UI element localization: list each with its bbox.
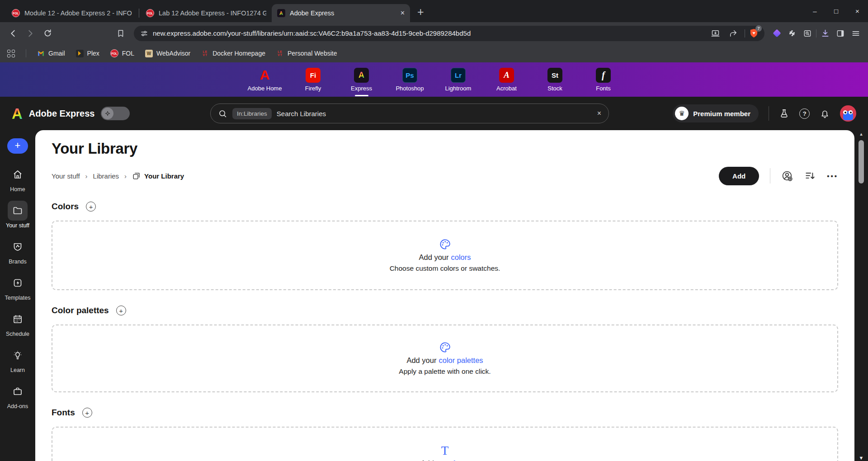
search-input[interactable] — [277, 110, 592, 118]
sidebar-item-templates[interactable]: Templates — [5, 273, 31, 301]
tab-adobe-express-active[interactable]: A Adobe Express × — [272, 4, 410, 22]
express-icon: A — [354, 68, 369, 83]
tab-title: Module 12 - Adobe Express 2 - INFO1 — [24, 9, 132, 17]
address-bar[interactable]: new.express.adobe.com/your-stuff/librari… — [134, 26, 764, 41]
breadcrumb-libraries[interactable]: Libraries — [93, 172, 119, 180]
bookmark-label: Gmail — [48, 50, 65, 57]
bookmark-plex[interactable]: Plex — [76, 50, 99, 57]
app-stock[interactable]: St Stock — [531, 68, 579, 92]
add-color-palettes-icon[interactable]: + — [116, 306, 126, 315]
tab-lab-12[interactable]: FOL Lab 12 Adobe Express - INFO1274 Gra — [141, 4, 272, 22]
bookmark-personal-website[interactable]: LEVT Personal Website — [276, 50, 337, 57]
create-new-button[interactable]: + — [7, 138, 28, 154]
breadcrumb-your-stuff[interactable]: Your stuff — [52, 172, 80, 180]
scrollbar-thumb[interactable] — [859, 140, 864, 183]
extensions-puzzle-icon[interactable] — [785, 27, 799, 40]
forward-icon[interactable] — [23, 26, 38, 41]
add-fonts-icon[interactable]: + — [82, 408, 92, 418]
tab-module-12[interactable]: FOL Module 12 - Adobe Express 2 - INFO1 — [6, 4, 137, 22]
bookmark-label: Personal Website — [288, 50, 337, 57]
bookmark-docker-homepage[interactable]: LEVT Docker Homepage — [201, 50, 265, 57]
app-firefly[interactable]: Fi Firefly — [289, 68, 337, 92]
section-header: Fonts + — [52, 407, 838, 419]
premium-member-badge[interactable]: ♛ Premium member — [673, 104, 759, 122]
bookmark-icon[interactable] — [113, 26, 128, 41]
bookmark-label: Plex — [87, 50, 99, 57]
bookmark-webadvisor[interactable]: W WebAdvisor — [145, 50, 190, 57]
add-fonts-link[interactable]: fonts — [453, 459, 469, 461]
search-clear-icon[interactable]: × — [597, 109, 601, 118]
brand-title: Adobe Express — [29, 108, 95, 119]
empty-fonts-dropzone[interactable]: T Add yourfonts — [52, 427, 838, 461]
add-colors-icon[interactable]: + — [86, 202, 96, 212]
search-scope-chip[interactable]: In:Libraries — [232, 108, 272, 119]
empty-colors-dropzone[interactable]: Add yourcolors Choose custom colors or s… — [52, 221, 838, 290]
notifications-bell-icon[interactable] — [820, 108, 830, 119]
minimize-button[interactable]: – — [804, 0, 826, 22]
reload-icon[interactable] — [40, 26, 55, 41]
app-adobe-home[interactable]: A Adobe Home — [241, 68, 289, 92]
add-color-palettes-link[interactable]: color palettes — [439, 356, 483, 364]
bookmark-fol[interactable]: FOL FOL — [110, 49, 134, 57]
section-title: Colors — [52, 202, 79, 212]
sidebar-item-learn[interactable]: Learn — [8, 345, 28, 373]
add-button[interactable]: Add — [719, 167, 759, 185]
site-settings-icon[interactable] — [140, 29, 148, 38]
app-lightroom[interactable]: Lr Lightroom — [434, 68, 482, 92]
browser-toolbar: new.express.adobe.com/your-stuff/librari… — [0, 22, 868, 44]
header-actions: ♛ Premium member ? — [673, 104, 856, 122]
downloads-icon[interactable] — [818, 27, 832, 40]
add-colors-link[interactable]: colors — [451, 253, 471, 261]
sidebar-item-add-ons[interactable]: Add-ons — [7, 381, 28, 409]
library-icon — [132, 172, 141, 180]
breadcrumb: Your stuff › Libraries › Your Library — [52, 172, 184, 180]
user-avatar[interactable] — [840, 105, 856, 122]
app-acrobat[interactable]: A Acrobat — [482, 68, 531, 92]
app-photoshop[interactable]: Ps Photoshop — [386, 68, 434, 92]
close-button[interactable]: × — [847, 0, 868, 22]
more-options-icon[interactable]: ••• — [827, 172, 838, 180]
menu-hamburger-icon[interactable] — [849, 27, 863, 40]
search-tabs-icon[interactable] — [801, 27, 814, 40]
bookmark-gmail[interactable]: Gmail — [37, 50, 65, 57]
webadvisor-favicon: W — [145, 50, 153, 57]
maximize-button[interactable]: □ — [826, 0, 847, 22]
apps-grid-icon[interactable] — [7, 50, 15, 57]
search-icon — [218, 109, 227, 118]
sidebar-item-schedule[interactable]: Schedule — [6, 309, 29, 337]
calendar-icon — [8, 309, 28, 329]
sidebar-item-your-stuff[interactable]: Your stuff — [6, 201, 29, 229]
brave-wallet-icon[interactable] — [770, 27, 783, 40]
tab-close-icon[interactable]: × — [401, 9, 405, 17]
invite-people-icon[interactable] — [781, 170, 793, 182]
empty-state-cta: Add yourcolors — [419, 253, 471, 262]
add-ons-case-icon — [8, 381, 28, 401]
sidebar-item-brands[interactable]: Brands — [8, 237, 28, 265]
scroll-up-icon[interactable]: ▴ — [854, 131, 868, 137]
url-text[interactable]: new.express.adobe.com/your-stuff/librari… — [153, 29, 704, 37]
share-icon[interactable] — [726, 27, 740, 40]
section-title: Fonts — [52, 408, 75, 418]
send-to-device-icon[interactable] — [708, 27, 722, 40]
search-bar[interactable]: In:Libraries × — [210, 103, 609, 123]
brave-shield-icon[interactable]: 7 — [750, 28, 758, 38]
section-title: Color palettes — [52, 306, 109, 315]
adobe-express-favicon: A — [277, 9, 285, 17]
app-express-active[interactable]: A Express — [337, 68, 386, 92]
red-letters-favicon: LEVT — [276, 50, 284, 57]
empty-color-palettes-dropzone[interactable]: Add yourcolor palettes Apply a palette w… — [52, 325, 838, 392]
shield-badge: 7 — [755, 25, 762, 32]
adobe-express-logo[interactable]: A — [12, 106, 23, 121]
theme-toggle[interactable] — [101, 107, 130, 120]
sidebar-item-home[interactable]: Home — [8, 165, 28, 193]
app-label: Express — [351, 85, 372, 92]
sort-icon[interactable] — [804, 170, 816, 182]
app-fonts[interactable]: f Fonts — [579, 68, 627, 92]
beta-flask-icon[interactable] — [779, 108, 789, 119]
address-bar-divider — [745, 29, 745, 38]
scroll-down-icon[interactable]: ▼ — [854, 455, 868, 461]
back-icon[interactable] — [5, 26, 21, 41]
new-tab-button[interactable]: + — [417, 5, 424, 19]
help-icon[interactable]: ? — [799, 108, 810, 119]
sidebar-panel-icon[interactable] — [834, 27, 847, 40]
